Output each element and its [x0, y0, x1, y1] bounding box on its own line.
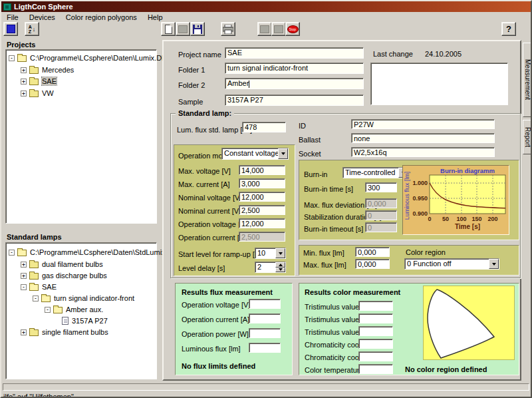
no-flux-limits-note: No flux limits defined: [182, 362, 255, 370]
svg-text:Time [s]: Time [s]: [455, 223, 480, 230]
burn-in-chart: Burn-in diagramm Luminous flux [lm] 1.00…: [403, 166, 509, 234]
app-icon: [3, 3, 11, 11]
sort-button[interactable]: AZ ↓: [25, 22, 39, 36]
blank-button-3[interactable]: [271, 22, 286, 36]
expand-icon[interactable]: +: [21, 79, 27, 85]
expand-icon[interactable]: +: [21, 91, 27, 97]
tree-node-projects-root[interactable]: - C:\Programme\LCsphere\Daten\Lumix.DB: [9, 53, 166, 63]
lum-flux-field[interactable]: 478: [242, 122, 286, 132]
collapse-icon[interactable]: -: [21, 284, 27, 290]
tree-node-stdlumix-root[interactable]: - C:\Programme\LCsphere\Daten\StdLumix.D…: [9, 247, 178, 258]
results-flux-title: Results flux measurement: [182, 288, 273, 296]
new-button[interactable]: [161, 22, 176, 36]
expand-icon[interactable]: +: [21, 67, 27, 73]
flux-deviation-field: 0,000: [365, 198, 397, 208]
folder2-label: Folder 2: [178, 81, 205, 89]
window-title: LigthCon Sphere: [14, 3, 73, 11]
min-flux-label: Min. flux [lm]: [303, 249, 344, 257]
tree-node-single-filament[interactable]: + single filament bulbs: [21, 327, 108, 337]
menu-color-region-polygons[interactable]: Color region polygons: [61, 13, 142, 21]
min-flux-field[interactable]: 0,000: [355, 247, 390, 257]
color-button[interactable]: [3, 22, 18, 36]
expand-icon[interactable]: +: [21, 273, 27, 279]
max-voltage-field[interactable]: 14,000: [239, 165, 285, 175]
print-button[interactable]: [221, 22, 235, 36]
app-window: LigthCon Sphere File Devices Color regio…: [0, 0, 532, 398]
nominal-current-field[interactable]: 2,500: [239, 205, 285, 215]
expand-icon[interactable]: +: [21, 329, 27, 335]
menu-devices[interactable]: Devices: [24, 13, 61, 21]
burn-in-time-field[interactable]: 300: [365, 182, 397, 192]
collapse-icon[interactable]: -: [9, 250, 15, 256]
tree-node-mercedes[interactable]: + Mercedes: [21, 65, 74, 75]
sample-field[interactable]: 3157A P27: [225, 95, 364, 106]
blank-button-2[interactable]: [257, 22, 272, 36]
tristimulus-z-field: [358, 326, 393, 336]
project-name-label: Project name: [178, 51, 221, 59]
svg-text:Burn-in diagramm: Burn-in diagramm: [440, 167, 495, 174]
spin-up-icon[interactable]: [275, 262, 285, 268]
menu-help[interactable]: Help: [142, 13, 168, 21]
menu-file[interactable]: File: [1, 13, 24, 21]
collapse-icon[interactable]: -: [9, 55, 15, 61]
svg-text:50: 50: [442, 216, 449, 222]
socket-field[interactable]: W2,5x16q: [351, 147, 495, 157]
collapse-icon[interactable]: -: [45, 307, 51, 313]
save-button[interactable]: [190, 22, 205, 36]
chevron-down-icon[interactable]: [278, 148, 288, 159]
tab-report[interactable]: Report: [523, 120, 532, 154]
burn-in-timeout-label: Burn-in timeout [s]: [304, 225, 363, 233]
level-delay-spinner[interactable]: 2: [255, 262, 286, 273]
svg-text:200: 200: [487, 216, 497, 222]
id-label: ID: [299, 122, 306, 130]
chromaticity-1-field: [358, 339, 393, 349]
operation-voltage-field[interactable]: 12,000: [239, 218, 285, 228]
tree-node-amber-aux[interactable]: - Amber aux.: [45, 304, 103, 315]
help-button[interactable]: ?: [501, 22, 516, 36]
max-flux-label: Max. flux [lm]: [303, 261, 346, 269]
tristimulus-x-field: [358, 301, 393, 311]
projects-label: Projects: [7, 41, 35, 49]
status-text: ilfe" auf "Hilfethemen": [3, 393, 74, 398]
id-field[interactable]: P27W: [351, 119, 495, 129]
nominal-voltage-label: Nominal voltage [V]: [178, 194, 241, 202]
tab-measurement[interactable]: Measurement: [523, 43, 532, 117]
comment-box[interactable]: [370, 63, 508, 105]
project-name-field[interactable]: SAE: [225, 47, 364, 59]
folder-open-icon: [17, 55, 27, 62]
folder2-field[interactable]: Amber: [225, 78, 364, 89]
lum-flux-label: Lum. flux std. lamp [lm]: [177, 126, 252, 134]
ballast-field[interactable]: none: [351, 133, 495, 143]
tree-node-3157a-p27[interactable]: 3157A P27: [62, 315, 108, 326]
svg-text:100: 100: [456, 216, 466, 222]
collapse-icon[interactable]: -: [33, 296, 39, 301]
burn-in-combo[interactable]: Time-controlled: [342, 167, 409, 178]
svg-text:Luminous flux [lm]: Luminous flux [lm]: [404, 172, 410, 220]
color-region-combo[interactable]: 0 Function off: [404, 258, 499, 270]
blank-button-1[interactable]: [176, 22, 190, 36]
spin-down-icon[interactable]: [275, 268, 285, 273]
result-op-power-field: [249, 328, 281, 338]
stop-button[interactable]: Stop: [285, 22, 300, 36]
result-op-power-label: Operation power [W]: [182, 330, 249, 338]
tree-node-gas-discharge[interactable]: + gas discharge bulbs: [21, 270, 107, 281]
nominal-current-label: Nominal current [V]: [178, 207, 241, 215]
max-flux-field[interactable]: 0,000: [355, 259, 390, 269]
nominal-voltage-field[interactable]: 12,000: [239, 192, 285, 202]
chevron-down-icon[interactable]: [275, 248, 285, 258]
result-lum-flux-field: [249, 343, 281, 353]
tree-node-turn-signal[interactable]: - turn signal indicator-front: [33, 293, 134, 303]
result-op-voltage-field: [249, 299, 281, 309]
burn-in-time-label: Burn-in time [s]: [304, 185, 353, 193]
folder1-field[interactable]: turn signal indicator-front: [225, 63, 364, 74]
tree-node-vw[interactable]: + VW: [21, 88, 54, 99]
tree-node-sae-lamps[interactable]: - SAE: [21, 282, 57, 292]
printer-icon: [223, 25, 233, 34]
tree-node-sae[interactable]: + SAE: [21, 76, 57, 87]
operation-mode-combo[interactable]: Constant voltage: [221, 148, 289, 160]
tree-node-dual-filament[interactable]: + dual filament bulbs: [21, 259, 103, 270]
expand-icon[interactable]: +: [21, 262, 27, 268]
start-level-combo[interactable]: 10: [255, 248, 286, 259]
chevron-down-icon[interactable]: [489, 259, 499, 269]
max-current-field[interactable]: 3,000: [239, 178, 285, 188]
